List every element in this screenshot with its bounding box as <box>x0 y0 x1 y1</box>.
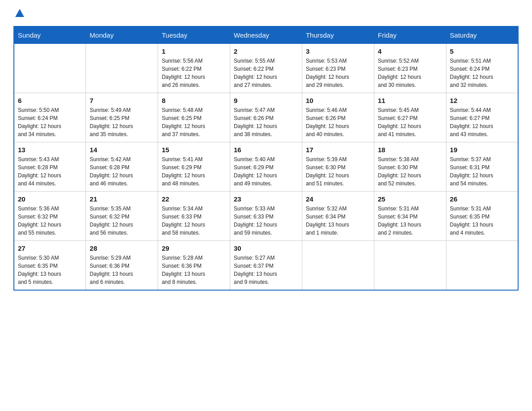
week-row-2: 6Sunrise: 5:50 AM Sunset: 6:24 PM Daylig… <box>14 93 518 142</box>
calendar-cell: 17Sunrise: 5:39 AM Sunset: 6:30 PM Dayli… <box>302 142 374 192</box>
day-number: 17 <box>306 146 370 154</box>
day-number: 13 <box>18 146 82 154</box>
day-info: Sunrise: 5:31 AM Sunset: 6:35 PM Dayligh… <box>450 205 514 237</box>
calendar-cell: 28Sunrise: 5:29 AM Sunset: 6:36 PM Dayli… <box>86 241 158 291</box>
weekday-header-sunday: Sunday <box>14 26 86 44</box>
calendar-cell: 30Sunrise: 5:27 AM Sunset: 6:37 PM Dayli… <box>230 241 302 291</box>
weekday-header-thursday: Thursday <box>302 26 374 44</box>
day-number: 25 <box>378 195 442 203</box>
day-info: Sunrise: 5:45 AM Sunset: 6:27 PM Dayligh… <box>378 106 442 138</box>
calendar-cell: 10Sunrise: 5:46 AM Sunset: 6:26 PM Dayli… <box>302 93 374 142</box>
day-info: Sunrise: 5:46 AM Sunset: 6:26 PM Dayligh… <box>306 106 370 138</box>
calendar-cell: 23Sunrise: 5:33 AM Sunset: 6:33 PM Dayli… <box>230 192 302 241</box>
day-info: Sunrise: 5:32 AM Sunset: 6:34 PM Dayligh… <box>306 205 370 237</box>
day-number: 28 <box>90 244 154 252</box>
calendar-cell: 21Sunrise: 5:35 AM Sunset: 6:32 PM Dayli… <box>86 192 158 241</box>
calendar-cell: 22Sunrise: 5:34 AM Sunset: 6:33 PM Dayli… <box>158 192 230 241</box>
page-header <box>13 9 519 17</box>
day-number: 16 <box>234 146 298 154</box>
day-info: Sunrise: 5:43 AM Sunset: 6:28 PM Dayligh… <box>18 155 82 188</box>
calendar-cell: 19Sunrise: 5:37 AM Sunset: 6:31 PM Dayli… <box>446 142 518 192</box>
calendar-cell <box>446 241 518 291</box>
day-info: Sunrise: 5:36 AM Sunset: 6:32 PM Dayligh… <box>18 205 82 237</box>
day-number: 12 <box>450 97 514 104</box>
calendar-cell <box>374 241 446 291</box>
day-info: Sunrise: 5:28 AM Sunset: 6:36 PM Dayligh… <box>162 254 226 286</box>
calendar-cell: 6Sunrise: 5:50 AM Sunset: 6:24 PM Daylig… <box>14 93 86 142</box>
day-number: 14 <box>90 146 154 154</box>
day-info: Sunrise: 5:29 AM Sunset: 6:36 PM Dayligh… <box>90 254 154 286</box>
calendar-cell: 24Sunrise: 5:32 AM Sunset: 6:34 PM Dayli… <box>302 192 374 241</box>
calendar-cell: 20Sunrise: 5:36 AM Sunset: 6:32 PM Dayli… <box>14 192 86 241</box>
calendar-cell: 18Sunrise: 5:38 AM Sunset: 6:30 PM Dayli… <box>374 142 446 192</box>
calendar-cell: 26Sunrise: 5:31 AM Sunset: 6:35 PM Dayli… <box>446 192 518 241</box>
logo <box>13 9 26 17</box>
calendar-cell: 14Sunrise: 5:42 AM Sunset: 6:28 PM Dayli… <box>86 142 158 192</box>
day-info: Sunrise: 5:40 AM Sunset: 6:29 PM Dayligh… <box>234 155 298 188</box>
weekday-header-friday: Friday <box>374 26 446 44</box>
day-number: 24 <box>306 195 370 203</box>
weekday-header-tuesday: Tuesday <box>158 26 230 44</box>
calendar-cell <box>302 241 374 291</box>
day-info: Sunrise: 5:34 AM Sunset: 6:33 PM Dayligh… <box>162 205 226 237</box>
day-info: Sunrise: 5:42 AM Sunset: 6:28 PM Dayligh… <box>90 155 154 188</box>
calendar-cell: 12Sunrise: 5:44 AM Sunset: 6:27 PM Dayli… <box>446 93 518 142</box>
week-row-1: 1Sunrise: 5:56 AM Sunset: 6:22 PM Daylig… <box>14 44 518 93</box>
calendar-cell <box>14 44 86 93</box>
calendar-table: SundayMondayTuesdayWednesdayThursdayFrid… <box>13 26 519 291</box>
day-number: 1 <box>162 47 226 55</box>
day-number: 2 <box>234 47 298 55</box>
calendar-cell: 4Sunrise: 5:52 AM Sunset: 6:23 PM Daylig… <box>374 44 446 93</box>
week-row-3: 13Sunrise: 5:43 AM Sunset: 6:28 PM Dayli… <box>14 142 518 192</box>
day-info: Sunrise: 5:47 AM Sunset: 6:26 PM Dayligh… <box>234 106 298 138</box>
day-number: 27 <box>18 244 82 252</box>
calendar-cell: 11Sunrise: 5:45 AM Sunset: 6:27 PM Dayli… <box>374 93 446 142</box>
calendar-cell <box>86 44 158 93</box>
calendar-cell: 9Sunrise: 5:47 AM Sunset: 6:26 PM Daylig… <box>230 93 302 142</box>
day-number: 6 <box>18 97 82 104</box>
day-number: 19 <box>450 146 514 154</box>
logo-triangle-icon <box>15 9 24 17</box>
calendar-cell: 13Sunrise: 5:43 AM Sunset: 6:28 PM Dayli… <box>14 142 86 192</box>
calendar-cell: 15Sunrise: 5:41 AM Sunset: 6:29 PM Dayli… <box>158 142 230 192</box>
calendar-cell: 3Sunrise: 5:53 AM Sunset: 6:23 PM Daylig… <box>302 44 374 93</box>
day-number: 15 <box>162 146 226 154</box>
calendar-cell: 29Sunrise: 5:28 AM Sunset: 6:36 PM Dayli… <box>158 241 230 291</box>
calendar-cell: 27Sunrise: 5:30 AM Sunset: 6:35 PM Dayli… <box>14 241 86 291</box>
day-info: Sunrise: 5:51 AM Sunset: 6:24 PM Dayligh… <box>450 57 514 89</box>
calendar-cell: 8Sunrise: 5:48 AM Sunset: 6:25 PM Daylig… <box>158 93 230 142</box>
day-number: 3 <box>306 47 370 55</box>
day-info: Sunrise: 5:44 AM Sunset: 6:27 PM Dayligh… <box>450 106 514 138</box>
calendar-cell: 2Sunrise: 5:55 AM Sunset: 6:22 PM Daylig… <box>230 44 302 93</box>
day-number: 26 <box>450 195 514 203</box>
day-info: Sunrise: 5:56 AM Sunset: 6:22 PM Dayligh… <box>162 57 226 89</box>
day-number: 4 <box>378 47 442 55</box>
day-number: 11 <box>378 97 442 104</box>
week-row-4: 20Sunrise: 5:36 AM Sunset: 6:32 PM Dayli… <box>14 192 518 241</box>
weekday-header-row: SundayMondayTuesdayWednesdayThursdayFrid… <box>14 26 518 44</box>
calendar-body: 1Sunrise: 5:56 AM Sunset: 6:22 PM Daylig… <box>14 44 518 291</box>
day-number: 23 <box>234 195 298 203</box>
calendar-cell: 5Sunrise: 5:51 AM Sunset: 6:24 PM Daylig… <box>446 44 518 93</box>
day-info: Sunrise: 5:39 AM Sunset: 6:30 PM Dayligh… <box>306 155 370 188</box>
day-number: 9 <box>234 97 298 104</box>
day-number: 29 <box>162 244 226 252</box>
day-number: 30 <box>234 244 298 252</box>
day-number: 20 <box>18 195 82 203</box>
day-info: Sunrise: 5:55 AM Sunset: 6:22 PM Dayligh… <box>234 57 298 89</box>
day-info: Sunrise: 5:48 AM Sunset: 6:25 PM Dayligh… <box>162 106 226 138</box>
day-info: Sunrise: 5:30 AM Sunset: 6:35 PM Dayligh… <box>18 254 82 286</box>
day-number: 21 <box>90 195 154 203</box>
day-number: 5 <box>450 47 514 55</box>
day-number: 8 <box>162 97 226 104</box>
week-row-5: 27Sunrise: 5:30 AM Sunset: 6:35 PM Dayli… <box>14 241 518 291</box>
weekday-header-saturday: Saturday <box>446 26 518 44</box>
day-info: Sunrise: 5:31 AM Sunset: 6:34 PM Dayligh… <box>378 205 442 237</box>
day-number: 22 <box>162 195 226 203</box>
calendar-cell: 16Sunrise: 5:40 AM Sunset: 6:29 PM Dayli… <box>230 142 302 192</box>
day-info: Sunrise: 5:53 AM Sunset: 6:23 PM Dayligh… <box>306 57 370 89</box>
calendar-cell: 7Sunrise: 5:49 AM Sunset: 6:25 PM Daylig… <box>86 93 158 142</box>
day-number: 7 <box>90 97 154 104</box>
weekday-header-monday: Monday <box>86 26 158 44</box>
day-number: 10 <box>306 97 370 104</box>
